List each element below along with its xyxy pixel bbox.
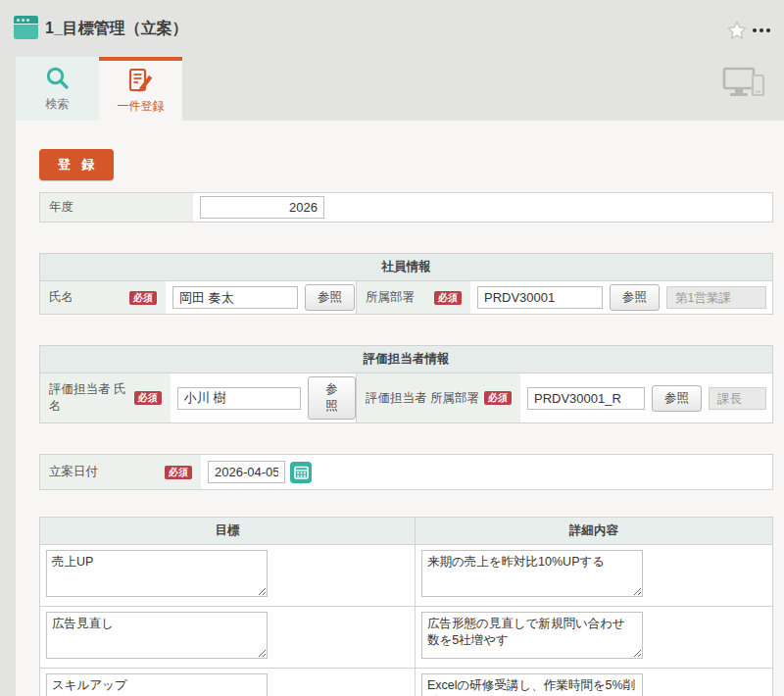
department-ref-button[interactable]: 参照 [610,284,660,311]
search-icon [44,65,71,91]
page-title: 1_目標管理（立案） [45,19,188,39]
table-row: 広告見直し 広告形態の見直しで新規問い合わせ数を5社増やす [40,607,773,669]
department-name-readonly: 第1営業課 [666,286,766,309]
evaluator-name-label: 評価担当者 氏名 [49,381,129,415]
required-badge: 必須 [129,291,157,305]
goal-column-header: 目標 [40,518,416,545]
year-input[interactable] [200,196,324,219]
required-badge: 必須 [165,466,192,479]
goal-textarea-3[interactable]: スキルアップ [46,673,268,696]
evaluator-department-ref-button[interactable]: 参照 [652,385,702,412]
required-badge: 必須 [134,391,162,405]
tab-bar: 検索 一件登録 [16,57,182,121]
required-badge: 必須 [434,291,462,305]
employee-section-title: 社員情報 [40,254,772,281]
register-button[interactable]: 登 録 [39,149,114,180]
favorite-star-icon[interactable] [726,20,748,41]
required-badge: 必須 [484,391,512,405]
evaluator-department-input[interactable] [527,387,645,410]
department-label: 所属部署 [366,289,415,306]
evaluator-info-section: 評価担当者情報 評価担当者 氏名 必須 参照 評価担当者 所属部署 必須 参照 … [39,345,773,423]
employee-name-input[interactable] [172,286,298,309]
evaluator-name-ref-button[interactable]: 参照 [308,376,356,420]
employee-info-section: 社員情報 氏名 必須 参照 所属部署 必須 参照 第1営業課 [39,253,773,315]
app-icon [14,16,38,39]
table-row: スキルアップ Excelの研修受講し、作業時間を5%削減する [40,669,773,696]
register-edit-icon [127,67,155,93]
evaluator-department-label: 評価担当者 所属部署 [366,390,479,407]
tab-register[interactable]: 一件登録 [99,57,182,121]
detail-textarea-2[interactable]: 広告形態の見直しで新規問い合わせ数を5社増やす [421,612,643,659]
employee-name-label: 氏名 [49,289,74,306]
device-preview-icon[interactable] [722,67,765,102]
detail-textarea-1[interactable]: 来期の売上を昨対比10%UPする [421,550,643,597]
detail-textarea-3[interactable]: Excelの研修受講し、作業時間を5%削減する [421,673,643,696]
app-header: 1_目標管理（立案） [0,0,784,57]
department-code-input[interactable] [477,286,603,309]
employee-name-ref-button[interactable]: 参照 [305,284,355,311]
evaluator-section-title: 評価担当者情報 [40,346,772,373]
more-options-button[interactable] [753,28,770,32]
calendar-icon [294,465,309,479]
plan-date-label: 立案日付 [49,464,98,480]
tab-search[interactable]: 検索 [16,57,99,121]
goals-table: 目標 詳細内容 売上UP 来期の売上を昨対比10%UPする 広告見直し 広告形態… [39,517,773,696]
table-row: 売上UP 来期の売上を昨対比10%UPする [40,545,773,607]
form-panel: 登 録 年度 社員情報 氏名 必須 参照 所属部署 必須 参照 [16,121,784,696]
year-row: 年度 [39,192,773,223]
goal-textarea-2[interactable]: 広告見直し [46,612,268,659]
evaluator-name-input[interactable] [177,387,301,410]
detail-column-header: 詳細内容 [416,518,773,545]
tab-register-label: 一件登録 [118,98,165,115]
calendar-picker-button[interactable] [290,462,312,483]
goal-textarea-1[interactable]: 売上UP [46,550,268,597]
plan-date-input[interactable] [208,461,285,483]
evaluator-title-readonly: 課長 [709,387,766,410]
year-label: 年度 [40,193,193,222]
plan-date-row: 立案日付 必須 [39,454,773,490]
tab-search-label: 検索 [46,96,70,113]
